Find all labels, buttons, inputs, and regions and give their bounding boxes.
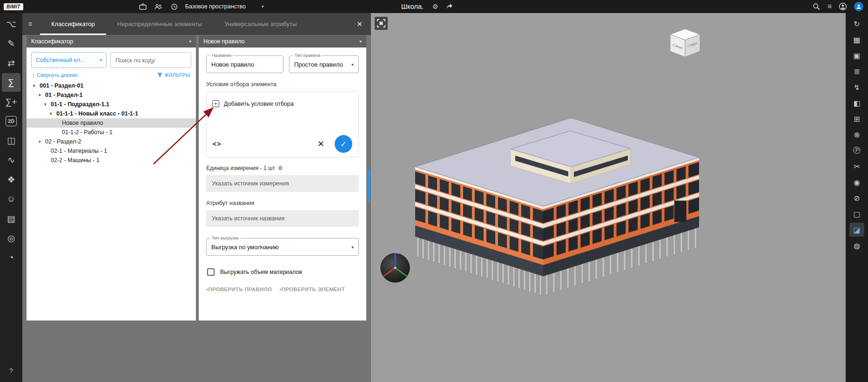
classifier-tree: ▾001 - Раздел-01▾01 - Раздел-1▾01-1 - По… [27,81,196,165]
classifier-panel-header[interactable]: Классификатор ▾ [27,35,196,48]
hide-icon[interactable]: ⊘ [849,191,864,205]
charts-icon[interactable]: ∿ [2,150,20,169]
section-cut-icon[interactable]: ✂ [849,159,864,173]
plan-mode-icon[interactable]: Ⓟ [849,143,864,157]
classifier-icon[interactable]: ∑ [2,73,20,92]
add-condition-button[interactable]: + Добавить условие отбора [212,100,294,107]
rule-name-field[interactable]: Название Новое правило [206,55,283,73]
tree-item[interactable]: ▾001 - Раздел-01 [27,81,196,90]
users-icon[interactable]: ☺ [2,190,20,208]
focus-selection-button[interactable] [375,17,388,30]
quick-tools-icon[interactable]: ↯ [849,80,864,94]
export-type-select[interactable]: Тип выгрузки Выгрузка по умолчанию ▾ [206,238,359,256]
structure-tree-icon[interactable]: ⌥ [2,14,20,33]
help-icon[interactable]: ? [6,365,17,376]
condition-actions: <> ✕ ✓ [213,135,352,153]
shared-folder-icon[interactable]: ▤ [2,209,20,228]
confirm-condition-button[interactable]: ✓ [335,135,352,153]
sync-view-icon[interactable]: ↻ [849,17,864,31]
profile-icon[interactable] [854,2,863,11]
check-rule-button[interactable]: •ПРОВЕРИТЬ ПРАВИЛО [206,286,272,292]
tab-classifier[interactable]: Классификатор [40,13,106,35]
gear-icon[interactable]: ⚙ [432,3,438,10]
tree-item[interactable]: 02-2 - Машины - 1 [27,156,196,165]
view-cube[interactable]: Слева Сзади [666,27,704,60]
rule-panel-header[interactable]: Новое правило ▾ [199,35,366,48]
navigation-gizmo[interactable]: z x y [376,248,415,287]
panel-collapse-icon[interactable]: ≡ [28,20,40,28]
isolate-icon[interactable]: ▢ [849,207,864,221]
unit-label: Единица измерения - 1 шт [206,165,275,171]
topbar: BIMIT Базовое пространство ▾ Школа. ⚙ ≡ [0,0,868,13]
collapse-tree-button[interactable]: ↕ Свернуть дерево [32,72,78,78]
topbar-tools [139,2,179,11]
levels-icon[interactable]: ≣ [849,64,864,78]
plugins-icon[interactable]: ❖ [2,170,20,189]
tree-item[interactable]: ▾01 - Раздел-1 [27,90,196,100]
code-search-field[interactable] [110,52,191,68]
menu-icon[interactable]: ≡ [828,2,832,11]
rule-type-select[interactable]: Тип правила Простое правило ▾ [289,55,359,73]
tree-expand-icon[interactable]: ▾ [39,93,45,97]
tab-universal-attributes[interactable]: Универсальные атрибуты [213,13,308,35]
own-classifier-dropdown[interactable]: Собственный кл... ▾ [31,52,107,68]
tree-item[interactable]: 01-1-2 - Работы - 1 [27,128,196,137]
appearance-icon[interactable]: ◍ [849,239,864,252]
account-icon[interactable] [839,2,847,11]
unit-settings-gear-icon[interactable]: ⚙ [278,165,283,171]
history-icon[interactable] [170,2,179,11]
cancel-condition-button[interactable]: ✕ [317,139,324,149]
building-model[interactable] [371,13,846,382]
topbar-right: ≡ [812,2,863,11]
left-toolbar: ⌥✎⇄∑∑+2D◫∿❖☺▤◎◔ ? [0,13,22,382]
grid-icon[interactable]: ⊞ [849,112,864,126]
share-icon[interactable] [445,2,453,11]
tree-item[interactable]: 02-1 - Материалы - 1 [27,146,196,156]
show-icon[interactable]: ◉ [849,175,864,189]
unit-source-input[interactable]: Указать источник измерения [206,175,359,192]
tree-expand-icon[interactable]: ▾ [33,83,40,88]
tree-item[interactable]: ▾01-1 - Подраздел-1.1 [27,100,196,109]
tree-item[interactable]: ▾01-1-1 - Новый класс - 01-1-1 [27,109,196,118]
classifier-add-icon[interactable]: ∑+ [2,93,20,111]
dashboard-gauge-icon[interactable]: ◔ [2,248,20,267]
briefcase-icon[interactable] [139,2,147,11]
collapse-tree-icon: ↕ [32,72,35,78]
code-search-input[interactable] [115,53,186,68]
tree-expand-icon[interactable]: ▾ [44,102,51,107]
tree-expand-icon[interactable]: ▾ [39,139,45,144]
app-logo[interactable]: BIMIT [4,3,23,10]
tree-item-label: 01-1 - Подраздел-1.1 [51,101,109,108]
clip-plane-icon[interactable]: ◧ [849,96,864,110]
name-source-input[interactable]: Указать источник названия [206,210,359,227]
section-box-icon[interactable]: ▦ [849,33,864,47]
viewport-3d[interactable]: Слева Сзади z x y [371,13,846,382]
center-focus-icon[interactable]: ⊕ [849,128,864,142]
scrollbar-thumb[interactable] [367,169,370,202]
attr-section-title: Атрибут названия [206,200,359,206]
tree-item[interactable]: Новое правило [27,118,196,128]
model-view-icon[interactable]: ◪ [849,223,864,237]
drawings-2d-icon[interactable]: 2D [6,116,17,126]
search-icon[interactable] [812,2,821,11]
condition-section-title: Условие отбора элемента [206,81,359,88]
gizmo-y-label: y [409,277,411,281]
tree-expand-icon[interactable]: ▾ [50,111,56,116]
tab-unassigned-elements[interactable]: Нераспределённые элементы [106,13,213,35]
materials-checkbox-row: Выгружать объем материалов [206,268,359,276]
select-tool-icon[interactable]: ✎ [2,34,20,53]
condition-box: + Добавить условие отбора <> ✕ ✓ [206,91,359,157]
close-icon[interactable]: ✕ [357,20,363,28]
code-editor-button[interactable]: <> [213,140,221,148]
chevron-down-icon: ▾ [351,245,354,250]
workspace-selector[interactable]: Базовое пространство ▾ [185,3,264,10]
team-icon[interactable] [155,2,163,11]
materials-checkbox[interactable] [207,268,215,276]
hierarchy-icon[interactable]: ◫ [2,131,20,150]
filters-button[interactable]: ФИЛЬТРЫ [157,72,191,78]
relations-icon[interactable]: ⇄ [2,54,20,72]
viewpoints-icon[interactable]: ▣ [849,48,864,62]
tree-item[interactable]: ▾02 - Раздел-2 [27,137,196,146]
user-location-icon[interactable]: ◎ [2,229,20,247]
check-element-button[interactable]: •ПРОВЕРИТЬ ЭЛЕМЕНТ [279,286,345,292]
